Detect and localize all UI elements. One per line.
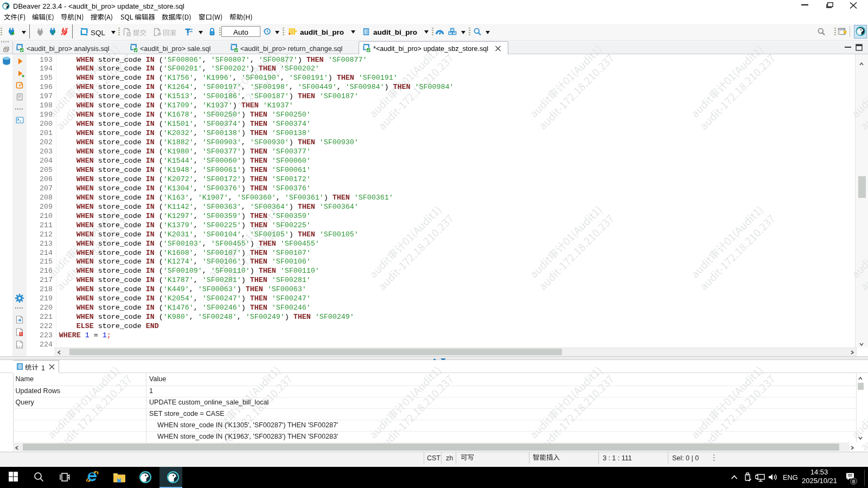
svg-text:(x): (x) — [17, 345, 23, 349]
svg-text:b: b — [20, 332, 22, 336]
